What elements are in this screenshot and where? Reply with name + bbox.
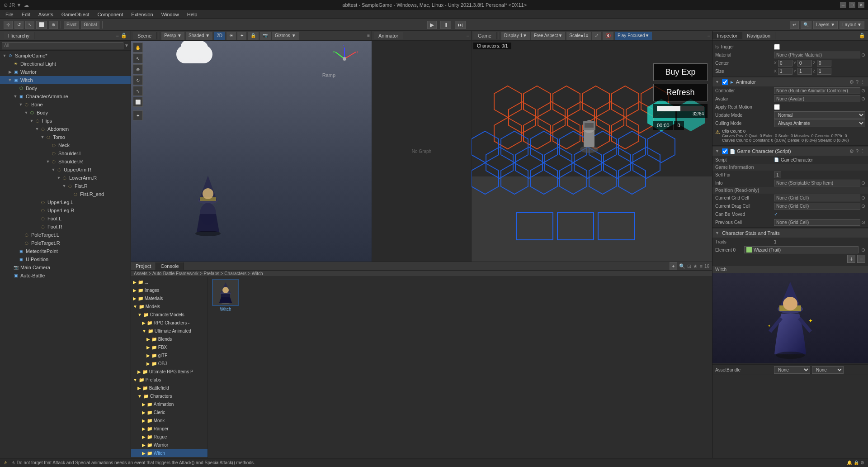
hier-item-autoBattle[interactable]: ▣Auto-Battle <box>0 272 131 280</box>
asset-tree-item[interactable]: ▶ 📁Battlefield <box>131 384 208 392</box>
hier-item-footL[interactable]: ◌Foot.L <box>0 214 131 223</box>
scene-menu[interactable]: ≡ <box>367 33 370 38</box>
hier-item-lowerArmR[interactable]: ▼◌LowerArm.R <box>0 174 131 182</box>
animator-settings[interactable]: ⚙ <box>849 79 854 85</box>
game-tab[interactable]: Game <box>473 32 496 39</box>
previous-cell-ref[interactable]: ⊙ <box>861 219 865 225</box>
hier-item-shoulderL[interactable]: ◌Shoulder.L <box>0 149 131 157</box>
hier-item-warrior[interactable]: ▶▣Warrior <box>0 68 131 76</box>
menu-edit[interactable]: Edit <box>18 11 34 18</box>
hand-tool[interactable]: ✋ <box>133 43 143 52</box>
hier-item-poleTargetR[interactable]: ◌PoleTarget.R <box>0 239 131 247</box>
select-tool[interactable]: ↖ <box>133 53 143 63</box>
apply-root-checkbox[interactable] <box>774 104 780 110</box>
is-trigger-checkbox[interactable] <box>774 44 780 50</box>
animator-section-header[interactable]: ▼ ► Animator ⚙ ? ⋮ <box>712 77 868 86</box>
hier-item-hips[interactable]: ▼◌Hips <box>0 117 131 125</box>
center-z[interactable]: 0 <box>817 60 831 67</box>
transform-rotate-tool[interactable]: ↺ <box>14 21 24 29</box>
scene-lock[interactable]: 🔒 <box>248 32 259 40</box>
console-tab[interactable]: Console <box>156 262 184 270</box>
rotate-tool[interactable]: ↻ <box>133 75 143 85</box>
hier-item-fistR[interactable]: ▼◌Fist.R <box>0 182 131 190</box>
asset-tree-item[interactable]: ▶ 📁Ranger <box>131 424 208 433</box>
animator-help[interactable]: ? <box>856 79 859 85</box>
hier-item-torso[interactable]: ▼◌Torso <box>0 133 131 141</box>
hier-item-bodyInner[interactable]: ▼⬡Body <box>0 109 131 117</box>
project-search[interactable]: 🔍 <box>679 263 685 269</box>
hier-item-mainCamera[interactable]: 📷Main Camera <box>0 263 131 272</box>
game-menu[interactable]: ≡ <box>708 33 710 38</box>
size-z[interactable]: 1 <box>817 68 831 75</box>
hier-item-body[interactable]: ⬡Body <box>0 84 131 92</box>
hier-item-footR[interactable]: ◌Foot.R <box>0 223 131 231</box>
hier-item-sampleGame[interactable]: ▼⊙SampleGame* <box>0 52 131 60</box>
menu-assets[interactable]: Assets <box>35 11 57 18</box>
step-button[interactable]: ⏭ <box>455 21 466 29</box>
game-character-header[interactable]: ▼ 📄 Game Character (Script) ⚙ ? ⋮ <box>712 147 868 156</box>
assets-main[interactable]: Witch <box>208 277 712 458</box>
transform-move-tool[interactable]: ⊹ <box>4 21 13 29</box>
asset-tree-item[interactable]: ▶ 📁RPG Characters - <box>131 319 208 327</box>
hier-item-abdomen[interactable]: ▼◌Abdomen <box>0 125 131 133</box>
asset-tree-item[interactable]: ▶ 📁Monk <box>131 416 208 424</box>
gc-help[interactable]: ? <box>856 148 859 154</box>
move-tool[interactable]: ⊕ <box>133 64 143 74</box>
layout-button[interactable]: Layout ▼ <box>840 21 864 29</box>
asset-tree-item[interactable]: ▶ 📁Ultimate RPG Items P <box>131 367 208 376</box>
asset-tree-item[interactable]: ▼ 📁Ultimate Animated <box>131 327 208 335</box>
menu-window[interactable]: Window <box>158 11 183 18</box>
hier-item-witch[interactable]: ▼▣Witch <box>0 76 131 84</box>
navigation-tab[interactable]: Navigation <box>742 32 775 39</box>
project-star[interactable]: ★ <box>693 263 698 269</box>
hier-item-meteoritePoint[interactable]: ▣MeteoritePoint <box>0 247 131 255</box>
scale-tool[interactable]: ⤡ <box>133 86 143 96</box>
asset-tree-item[interactable]: ▶ 📁Blends <box>131 335 208 343</box>
controller-ref[interactable]: ⊙ <box>861 88 865 94</box>
info-ref[interactable]: ⊙ <box>861 180 865 186</box>
scene-fx[interactable]: ✦ <box>237 32 246 40</box>
asset-bundle-select[interactable]: None <box>774 366 810 374</box>
center-x[interactable]: 0 <box>778 60 793 67</box>
hier-item-bone[interactable]: ▼◌Bone <box>0 100 131 109</box>
avatar-ref[interactable]: ⊙ <box>861 96 865 102</box>
asset-tree-item[interactable]: ▶ 📁gITF <box>131 351 208 359</box>
game-display[interactable]: Display 1 ▼ <box>501 32 530 40</box>
project-add[interactable]: + <box>670 262 678 270</box>
size-y[interactable]: 1 <box>797 68 812 75</box>
scene-gizmos[interactable]: Gizmos ▼ <box>272 32 299 40</box>
sell-for-value[interactable]: 1 <box>774 172 781 178</box>
asset-tree-item[interactable]: ▶ 📁OBJ <box>131 359 208 367</box>
witch-asset-item[interactable]: Witch <box>210 279 241 312</box>
char-stats-header[interactable]: ▼ Character Stats and Traits <box>712 229 868 238</box>
asset-tree-item[interactable]: ▶ 📁... <box>131 278 208 286</box>
hier-item-neck[interactable]: ◌Neck <box>0 141 131 149</box>
minimize-button[interactable]: ─ <box>840 2 846 8</box>
animator-enabled[interactable] <box>722 79 728 85</box>
hierarchy-lock[interactable]: 🔒 <box>121 33 127 38</box>
scene-shading[interactable]: Shaded ▼ <box>186 32 212 40</box>
asset-tree-item[interactable]: ▶ 📁Animation <box>131 400 208 408</box>
size-x[interactable]: 1 <box>778 68 793 75</box>
hier-item-poleTargetL[interactable]: ◌PoleTarget.L <box>0 231 131 239</box>
menu-gameobject[interactable]: GameObject <box>58 11 93 18</box>
global-local-toggle[interactable]: Global <box>81 21 99 29</box>
asset-tree-item[interactable]: ▶ 📁FBX <box>131 343 208 351</box>
asset-bundle-variant-select[interactable]: None <box>812 366 844 374</box>
animator-more[interactable]: ⋮ <box>860 79 865 85</box>
game-canvas[interactable]: Characters: 0/1 Buy Exp Refresh 32/64 00… <box>472 41 712 262</box>
hierarchy-tab[interactable]: Hierarchy <box>4 32 34 39</box>
asset-tree-item[interactable]: ▼ 📁CharacterModels <box>131 310 208 319</box>
trait-ref[interactable]: ⊙ <box>861 247 865 253</box>
menu-component[interactable]: Component <box>94 11 127 18</box>
traits-add-btn[interactable]: + <box>847 255 855 263</box>
maximize-button[interactable]: □ <box>849 2 855 8</box>
scene-2d[interactable]: 2D <box>214 32 225 40</box>
hier-item-upperLegR[interactable]: ◌UpperLeg.R <box>0 206 131 214</box>
transform-all-tool[interactable]: ⊕ <box>49 21 58 29</box>
culling-mode-select[interactable]: Always Animate <box>774 119 865 127</box>
asset-tree-item[interactable]: ▼ 📁Models <box>131 302 208 310</box>
gc-settings[interactable]: ⚙ <box>849 148 854 154</box>
current-drag-ref[interactable]: ⊙ <box>861 203 865 209</box>
gc-more[interactable]: ⋮ <box>860 148 865 154</box>
